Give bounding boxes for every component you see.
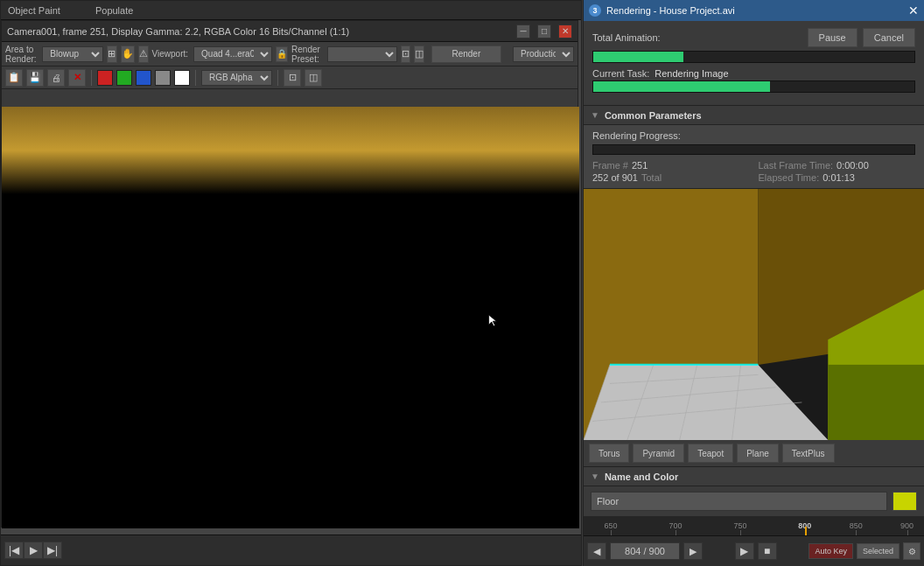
rendering-titlebar: 3 Rendering - House Project.avi ✕ — [584, 0, 924, 21]
rgb-alpha-dropdown[interactable]: RGB Alpha — [201, 70, 272, 86]
tick-850 — [856, 530, 857, 535]
teapot-button[interactable]: Teapot — [688, 444, 733, 463]
render-button[interactable]: Render — [431, 45, 501, 63]
tick-label-700: 700 — [669, 521, 682, 530]
elapsed-label: Elapsed Time: — [759, 172, 820, 183]
shape-buttons-row: Torus Pyramid Teapot Plane TextPlus — [584, 440, 924, 466]
textplus-button[interactable]: TextPlus — [782, 444, 835, 463]
viewport-icon1[interactable]: ⊞ — [107, 45, 116, 63]
playback-stop-btn[interactable]: ■ — [758, 542, 777, 560]
timeline-prev-btn[interactable]: ◀ — [587, 542, 606, 560]
rendering-progress-label: Rendering Progress: — [592, 130, 915, 141]
render-icon1[interactable]: ⊡ — [401, 45, 410, 63]
auto-key-btn[interactable]: Auto Key — [808, 543, 853, 559]
render-window: Camera001, frame 251, Display Gamma: 2.2… — [1, 20, 578, 528]
pause-button[interactable]: Pause — [808, 28, 858, 47]
color-swatch-green[interactable] — [116, 70, 132, 86]
color-swatch-blue[interactable] — [136, 70, 151, 86]
elapsed-row: Elapsed Time: 0:01:13 — [759, 172, 916, 183]
maximize-btn[interactable]: □ — [537, 24, 551, 38]
current-task-value: Rendering Image — [654, 68, 728, 79]
render-icon2[interactable]: ◫ — [414, 45, 424, 63]
toolbar-row2: 📋 💾 🖨 ✕ RGB Alpha ⊡ ◫ — [2, 66, 578, 89]
tool-icon2[interactable]: 💾 — [26, 69, 44, 87]
right-bottom-bar: ◀ 804 / 900 ▶ ▶ ■ Auto Key Selected ⚙ — [584, 535, 924, 566]
rendering-title-left: 3 Rendering - House Project.avi — [589, 4, 735, 17]
tool-icon1[interactable]: 📋 — [5, 69, 23, 87]
area-to-render-dropdown[interactable]: Blowup — [42, 46, 103, 62]
plane-button[interactable]: Plane — [737, 444, 779, 463]
rendering-close-btn[interactable]: ✕ — [908, 3, 919, 17]
tick-700 — [676, 530, 676, 535]
tick-900 — [907, 530, 908, 535]
tick-label-850: 850 — [850, 521, 863, 530]
color-swatch-red[interactable] — [97, 70, 113, 86]
frame-num-row: Frame # 251 — [592, 160, 750, 171]
name-color-collapse-icon: ▼ — [591, 472, 599, 481]
frame-num-value: 251 — [632, 160, 648, 171]
tool-icon3[interactable]: 🖨 — [47, 69, 65, 87]
progress-buttons: Pause Cancel — [808, 28, 915, 47]
production-dropdown[interactable]: Production — [513, 46, 574, 62]
playback-play-btn[interactable]: ▶ — [735, 542, 754, 560]
frame-num-label: Frame # — [592, 160, 628, 171]
rendering-progress-area: Total Animation: Pause Cancel Current Ta… — [584, 21, 924, 106]
common-parameters-content: Rendering Progress: Frame # 251 Last Fra… — [584, 125, 924, 188]
collapse-icon: ▼ — [591, 110, 599, 120]
name-input[interactable] — [591, 492, 887, 511]
frames-total-row: 252 of 901 Total — [592, 172, 750, 183]
selected-btn[interactable]: Selected — [857, 543, 900, 559]
viewport-icon2[interactable]: ✋ — [121, 45, 135, 63]
area-to-render-label: Area to Render: — [5, 45, 37, 64]
tick-label-750: 750 — [733, 521, 746, 530]
play-prev-btn[interactable]: |◀ — [4, 542, 24, 559]
render-titlebar: Camera001, frame 251, Display Gamma: 2.2… — [2, 21, 578, 42]
play-btn[interactable]: ▶ — [24, 542, 43, 559]
play-next-btn[interactable]: ▶| — [43, 542, 62, 559]
app-title: Object Paint — [8, 5, 60, 16]
viewport-label: Viewport: — [152, 49, 189, 59]
svg-marker-0 — [489, 315, 497, 326]
color-box[interactable] — [892, 492, 917, 511]
common-parameters-title: Common Parameters — [605, 110, 702, 121]
torus-button[interactable]: Torus — [589, 444, 629, 463]
name-color-header[interactable]: ▼ Name and Color — [584, 467, 924, 486]
frames-label: 252 of 901 — [592, 172, 638, 183]
display-icon1[interactable]: ⊡ — [284, 69, 301, 87]
current-task-label: Current Task: — [592, 68, 649, 79]
viewport-gradient — [2, 107, 579, 194]
timeline-ticks: 650 700 750 800 850 900 — [584, 516, 924, 535]
total-animation-label: Total Animation: — [592, 32, 661, 43]
timeline-next-btn[interactable]: ▶ — [683, 542, 703, 560]
settings-icon[interactable]: ⚙ — [903, 542, 920, 560]
rendering-progress-bar-inner — [592, 144, 915, 155]
common-parameters-section: ▼ Common Parameters Rendering Progress: … — [584, 106, 924, 189]
tool-icon4[interactable]: ✕ — [68, 69, 86, 87]
tick-750 — [740, 530, 741, 535]
render-preset-dropdown[interactable] — [327, 46, 397, 62]
close-btn[interactable]: ✕ — [558, 24, 572, 38]
render-preset-label: Render Preset: — [291, 45, 322, 64]
timeline-frame-display[interactable]: 804 / 900 — [610, 542, 680, 560]
elapsed-value: 0:01:13 — [822, 172, 855, 183]
viewport-canvas — [2, 107, 579, 528]
color-swatch-white[interactable] — [174, 70, 190, 86]
current-progress-bar — [593, 81, 770, 92]
viewport-dropdown[interactable]: Quad 4...era001 — [193, 46, 272, 62]
tick-650 — [611, 530, 612, 535]
last-frame-label: Last Frame Time: — [759, 160, 834, 171]
separator2 — [195, 70, 196, 86]
common-parameters-header[interactable]: ▼ Common Parameters — [584, 106, 924, 125]
frame-info-grid: Frame # 251 Last Frame Time: 0:00:00 252… — [592, 160, 915, 183]
toolbar-row1: Area to Render: Blowup ⊞ ✋ ⚠ Viewport: Q… — [2, 42, 578, 66]
cursor-arrow — [487, 315, 501, 329]
display-icon2[interactable]: ◫ — [304, 69, 322, 87]
pyramid-button[interactable]: Pyramid — [633, 444, 684, 463]
color-swatch-gray[interactable] — [155, 70, 171, 86]
viewport-icon3[interactable]: ⚠ — [138, 45, 149, 63]
total-progress-bar — [593, 52, 683, 62]
cancel-button[interactable]: Cancel — [863, 28, 915, 47]
minimize-btn[interactable]: ─ — [516, 24, 530, 38]
name-color-section: ▼ Name and Color — [584, 466, 924, 516]
lock-icon[interactable]: 🔒 — [276, 46, 288, 62]
